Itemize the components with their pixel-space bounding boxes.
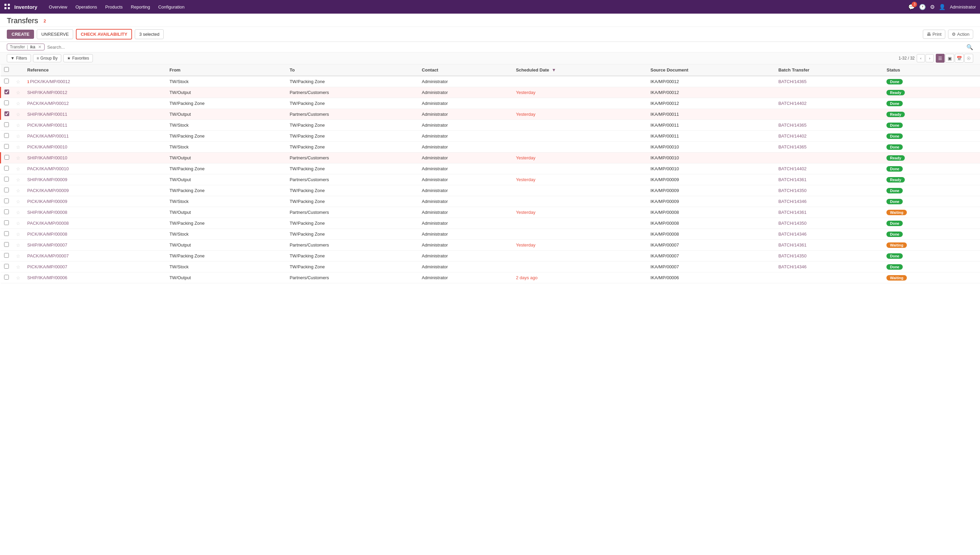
star-toggle[interactable]: ☆ [16, 133, 21, 139]
batch-link[interactable]: BATCH/14402 [778, 166, 806, 171]
row-checkbox[interactable] [4, 133, 9, 138]
row-checkbox[interactable] [4, 209, 9, 214]
map-view-button[interactable]: ☉ [964, 54, 973, 63]
action-button[interactable]: ⚙ Action [948, 30, 973, 39]
prev-page-button[interactable]: ‹ [917, 54, 925, 62]
list-view-button[interactable]: ☰ [936, 54, 945, 63]
row-checkbox[interactable] [4, 220, 9, 225]
star-toggle[interactable]: ☆ [16, 242, 21, 248]
reference-link[interactable]: PICK/IKA/MP/00008 [27, 231, 67, 237]
row-checkbox[interactable] [4, 101, 9, 105]
star-toggle[interactable]: ☆ [16, 210, 21, 215]
reference-link[interactable]: PICK/IKA/MP/00011 [27, 123, 67, 128]
star-toggle[interactable]: ☆ [16, 253, 21, 259]
batch-link[interactable]: BATCH/14361 [778, 210, 806, 215]
star-toggle[interactable]: ☆ [16, 231, 21, 237]
batch-link[interactable]: BATCH/14350 [778, 253, 806, 258]
nav-products[interactable]: Products [102, 2, 126, 11]
row-checkbox[interactable] [5, 111, 9, 116]
row-checkbox[interactable] [4, 144, 9, 149]
print-button[interactable]: 🖶 Print [923, 30, 945, 39]
row-checkbox[interactable] [4, 122, 9, 127]
batch-link[interactable]: BATCH/14365 [778, 79, 806, 84]
nav-overview[interactable]: Overview [46, 2, 71, 11]
batch-link[interactable]: BATCH/14346 [778, 264, 806, 269]
filter-tag-close-icon[interactable]: ✕ [38, 45, 42, 50]
reference-link[interactable]: PACK/IKA/MP/00008 [27, 221, 69, 226]
filters-button[interactable]: ▼ Filters [7, 54, 31, 62]
create-button[interactable]: CREATE [7, 30, 34, 39]
app-grid-icon[interactable] [4, 3, 10, 11]
reference-link[interactable]: PICK/IKA/MP/00012 [30, 79, 70, 84]
star-toggle[interactable]: ☆ [16, 90, 21, 95]
favorites-button[interactable]: ★ Favorites [63, 54, 93, 62]
nav-operations[interactable]: Operations [72, 2, 101, 11]
reference-link[interactable]: SHIP/IKA/MP/00006 [27, 275, 67, 280]
star-toggle[interactable]: ☆ [16, 275, 21, 281]
row-checkbox[interactable] [4, 275, 9, 279]
row-checkbox[interactable] [4, 188, 9, 192]
star-toggle[interactable]: ☆ [16, 79, 21, 85]
reference-link[interactable]: SHIP/IKA/MP/00008 [27, 210, 67, 215]
reference-link[interactable]: SHIP/IKA/MP/00011 [27, 112, 67, 117]
col-scheduled-date[interactable]: Scheduled Date ▼ [512, 64, 647, 76]
app-name[interactable]: Inventory [14, 4, 37, 10]
star-toggle[interactable]: ☆ [16, 144, 21, 150]
star-toggle[interactable]: ☆ [16, 264, 21, 269]
star-toggle[interactable]: ☆ [16, 221, 21, 226]
check-availability-button[interactable]: CHECK AVAILABILITY [76, 29, 132, 40]
star-toggle[interactable]: ☆ [16, 188, 21, 193]
batch-link[interactable]: BATCH/14365 [778, 123, 806, 128]
batch-link[interactable]: BATCH/14365 [778, 144, 806, 149]
reference-link[interactable]: SHIP/IKA/MP/00012 [27, 90, 67, 95]
reference-link[interactable]: PACK/IKA/MP/00007 [27, 253, 69, 258]
star-toggle[interactable]: ☆ [16, 155, 21, 161]
batch-link[interactable]: BATCH/14350 [778, 188, 806, 193]
reference-link[interactable]: PACK/IKA/MP/00012 [27, 101, 69, 106]
kanban-view-button[interactable]: ▣ [945, 54, 954, 63]
search-filter-tag[interactable]: Transfer | ika ✕ [7, 43, 45, 50]
batch-link[interactable]: BATCH/14361 [778, 242, 806, 247]
settings-icon[interactable]: ⚙ [930, 4, 935, 10]
row-checkbox[interactable] [4, 253, 9, 258]
row-checkbox[interactable] [4, 242, 9, 247]
batch-link[interactable]: BATCH/14346 [778, 199, 806, 204]
reference-link[interactable]: SHIP/IKA/MP/00010 [27, 155, 67, 160]
calendar-view-button[interactable]: 📅 [955, 54, 964, 63]
selected-button[interactable]: 3 selected [135, 29, 164, 39]
star-toggle[interactable]: ☆ [16, 199, 21, 204]
reference-link[interactable]: SHIP/IKA/MP/00009 [27, 177, 67, 182]
star-toggle[interactable]: ☆ [16, 123, 21, 128]
unreserve-button[interactable]: UNRESERVE [37, 29, 73, 39]
row-checkbox[interactable] [4, 166, 9, 171]
row-checkbox[interactable] [4, 177, 9, 181]
row-checkbox[interactable] [4, 199, 9, 203]
nav-configuration[interactable]: Configuration [155, 2, 188, 11]
reference-link[interactable]: PACK/IKA/MP/00010 [27, 166, 69, 171]
next-page-button[interactable]: › [926, 54, 934, 62]
row-checkbox[interactable] [4, 264, 9, 269]
batch-link[interactable]: BATCH/14346 [778, 231, 806, 237]
reference-link[interactable]: PICK/IKA/MP/00007 [27, 264, 67, 269]
star-toggle[interactable]: ☆ [16, 177, 21, 183]
group-by-button[interactable]: ≡ Group By [33, 54, 62, 62]
reference-link[interactable]: PICK/IKA/MP/00009 [27, 199, 67, 204]
star-toggle[interactable]: ☆ [16, 166, 21, 172]
row-checkbox[interactable] [4, 231, 9, 236]
select-all-checkbox[interactable] [4, 67, 9, 72]
row-checkbox[interactable] [4, 79, 9, 83]
row-checkbox[interactable] [5, 90, 9, 94]
clock-icon[interactable]: 🕐 [919, 4, 926, 10]
row-checkbox[interactable] [5, 155, 9, 160]
user-menu-icon[interactable]: 👤 [939, 4, 946, 10]
search-input[interactable] [47, 45, 964, 50]
batch-link[interactable]: BATCH/14350 [778, 221, 806, 226]
batch-link[interactable]: BATCH/14402 [778, 133, 806, 139]
star-toggle[interactable]: ☆ [16, 101, 21, 106]
batch-link[interactable]: BATCH/14402 [778, 101, 806, 106]
reference-link[interactable]: PACK/IKA/MP/00009 [27, 188, 69, 193]
reference-link[interactable]: PICK/IKA/MP/00010 [27, 144, 67, 149]
batch-link[interactable]: BATCH/14361 [778, 177, 806, 182]
star-toggle[interactable]: ☆ [16, 112, 21, 117]
reference-link[interactable]: PACK/IKA/MP/00011 [27, 133, 69, 139]
